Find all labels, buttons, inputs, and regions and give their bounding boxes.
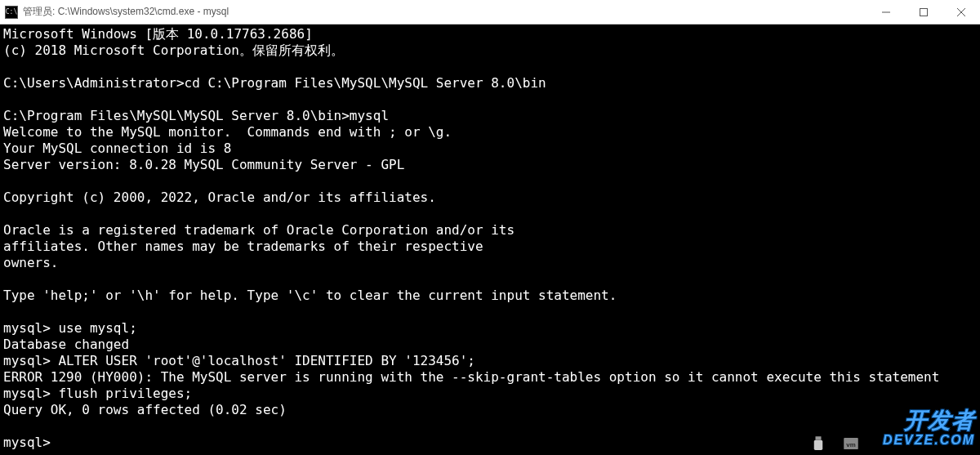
watermark: 开发者 DEVZE.COM bbox=[883, 411, 975, 450]
close-button[interactable] bbox=[942, 0, 980, 24]
vm-icon[interactable]: vm bbox=[843, 435, 859, 452]
terminal-line: Copyright (c) 2000, 2022, Oracle and/or … bbox=[3, 190, 977, 206]
terminal-line: mysql> use mysql; bbox=[3, 320, 977, 337]
terminal-line bbox=[3, 418, 977, 435]
terminal-line: Type 'help;' or '\h' for help. Type '\c'… bbox=[3, 288, 977, 304]
close-icon bbox=[957, 8, 965, 16]
terminal-line: ERROR 1290 (HY000): The MySQL server is … bbox=[3, 369, 977, 386]
window-title: 管理员: C:\Windows\system32\cmd.exe - mysql bbox=[23, 5, 229, 19]
terminal-line bbox=[3, 304, 977, 320]
terminal-line: mysql> flush privileges; bbox=[3, 386, 977, 402]
terminal-line: affiliates. Other names may be trademark… bbox=[3, 239, 977, 255]
terminal-line: owners. bbox=[3, 255, 977, 271]
terminal-line: Database changed bbox=[3, 337, 977, 353]
usb-icon[interactable] bbox=[810, 435, 826, 452]
svg-text:vm: vm bbox=[846, 441, 855, 448]
svg-rect-4 bbox=[816, 436, 822, 439]
terminal-line: Microsoft Windows [版本 10.0.17763.2686] bbox=[3, 26, 977, 42]
terminal-line: Oracle is a registered trademark of Orac… bbox=[3, 222, 977, 239]
terminal-output[interactable]: Microsoft Windows [版本 10.0.17763.2686](c… bbox=[0, 25, 980, 455]
terminal-line: Query OK, 0 rows affected (0.02 sec) bbox=[3, 402, 977, 418]
terminal-line bbox=[3, 173, 977, 190]
terminal-line: (c) 2018 Microsoft Corporation。保留所有权利。 bbox=[3, 42, 977, 59]
terminal-line: mysql> ALTER USER 'root'@'localhost' IDE… bbox=[3, 353, 977, 369]
minimize-icon bbox=[882, 8, 890, 16]
tray-icons: vm bbox=[810, 435, 859, 452]
terminal-line: C:\Program Files\MySQL\MySQL Server 8.0\… bbox=[3, 108, 977, 124]
window-titlebar: C:\ 管理员: C:\Windows\system32\cmd.exe - m… bbox=[0, 0, 980, 25]
svg-rect-1 bbox=[920, 8, 928, 16]
maximize-button[interactable] bbox=[905, 0, 942, 24]
terminal-line bbox=[3, 206, 977, 222]
terminal-line: C:\Users\Administrator>cd C:\Program Fil… bbox=[3, 75, 977, 91]
titlebar-left: C:\ 管理员: C:\Windows\system32\cmd.exe - m… bbox=[0, 5, 229, 19]
terminal-line: Server version: 8.0.28 MySQL Community S… bbox=[3, 157, 977, 173]
cmd-icon: C:\ bbox=[5, 6, 18, 19]
maximize-icon bbox=[920, 8, 928, 16]
window-controls bbox=[867, 0, 980, 24]
terminal-line: Your MySQL connection id is 8 bbox=[3, 141, 977, 157]
svg-rect-5 bbox=[814, 440, 823, 450]
terminal-line bbox=[3, 271, 977, 288]
terminal-line bbox=[3, 91, 977, 108]
minimize-button[interactable] bbox=[867, 0, 905, 24]
watermark-line2: DEVZE.COM bbox=[883, 430, 975, 450]
terminal-line: Welcome to the MySQL monitor. Commands e… bbox=[3, 124, 977, 141]
terminal-line bbox=[3, 59, 977, 75]
watermark-line1: 开发者 bbox=[883, 411, 975, 430]
